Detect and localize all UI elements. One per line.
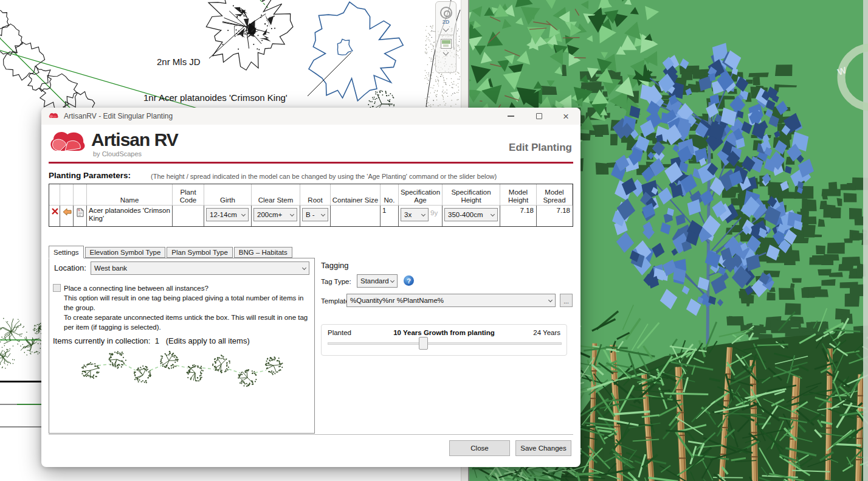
notes-row-button[interactable] [74,206,87,226]
col-container-size: Container Size [331,184,381,206]
cell-girth: 12-14cm [204,206,252,226]
orange-arrow-left-icon [63,208,72,216]
cell-container-size [331,206,381,226]
close-icon: × [563,111,569,122]
brand-byline: by CloudScapes [93,150,142,157]
chevron-down-icon [390,279,394,283]
collection-note: (Edits apply to all items) [166,336,250,345]
navbar-divider [438,35,454,35]
tab-settings[interactable]: Settings [49,246,84,258]
col-root: Root [300,184,331,206]
chevron-down-icon[interactable] [443,26,449,32]
spec-age-value: 3x [404,211,412,219]
collection-count: 1 [155,336,159,345]
plan-tag-group: 2nr Mls JD [157,57,201,67]
col-spec-height: Specification Height [443,184,500,206]
growth-slider-track[interactable] [328,342,562,345]
steering-wheel-icon[interactable] [440,7,452,19]
plan-tag-single: 1nr Acer platanoides 'Crimson King' [143,92,288,103]
tag-type-value: Standard [360,277,389,285]
root-dropdown[interactable]: B - [302,208,328,221]
collection-label: Items currently in collection: [53,336,150,345]
artisanrv-app-icon [49,112,59,120]
tag-type-dropdown[interactable]: Standard [357,274,398,288]
brand-name: Artisan RV [91,130,178,150]
spec-age-years: 9y [430,209,438,217]
dialog-heading: Edit Planting [509,142,572,154]
close-window-button[interactable]: × [556,108,576,125]
connecting-line-desc1: This option will result in one tag being… [64,293,313,313]
navigation-bar: 2D [435,1,456,73]
connecting-line-label[interactable]: Place a connecting line between all inst… [64,283,313,293]
spec-height-dropdown[interactable]: 350-400cm [444,208,498,221]
view-thumbnail-icon[interactable] [441,39,452,49]
artisanrv-logo [49,128,87,159]
slider-max-label: 24 Years [533,329,560,336]
chevron-down-icon [548,298,553,302]
document-icon [77,208,84,217]
girth-value: 12-14cm [210,211,237,219]
collection-count-line: Items currently in collection: 1 (Edits … [53,336,250,345]
brand-divider [49,162,573,164]
maximize-icon [536,113,542,119]
replace-row-button[interactable] [60,206,74,226]
cell-model-height: 7.18 [500,206,537,226]
planting-parameters-table: Name Plant Code Girth Clear Stem Root Co… [49,184,573,227]
col-model-spread: Model Spread [537,184,573,206]
connecting-line-checkbox[interactable] [53,284,61,292]
growth-slider-thumb[interactable] [419,337,428,350]
location-value: West bank [94,265,127,272]
col-notes [74,184,87,206]
cell-root: B - [300,206,331,226]
dialog-title: ArtisanRV - Edit Singular Planting [64,112,173,120]
connecting-line-text: Place a connecting line between all inst… [64,283,313,332]
screen: 2nr Mls JD 1nr Acer platanoides 'Crimson… [0,0,868,481]
girth-dropdown[interactable]: 12-14cm [206,208,249,221]
col-plant-code: Plant Code [173,184,204,206]
slider-value-label: 10 Years Growth from planting [322,329,567,336]
spec-age-dropdown[interactable]: 3x [401,208,429,221]
col-delete [49,184,60,206]
chevron-down-icon [302,266,306,270]
maximize-button[interactable] [529,108,549,125]
cell-spec-height: 350-400cm [443,206,500,226]
root-value: B - [306,211,315,219]
close-button[interactable]: Close [449,440,510,456]
col-girth: Girth [204,184,252,206]
save-changes-button[interactable]: Save Changes [515,440,571,456]
template-dropdown[interactable]: %Quantity%nr %PlantName% [346,294,556,307]
minimize-button[interactable] [501,108,520,125]
chevron-down-icon [321,212,325,216]
template-value: %Quantity%nr %PlantName% [350,297,444,304]
settings-tab-panel: Location: West bank Place a connecting l… [49,258,315,434]
chevron-down-icon [421,212,425,216]
col-no: No. [381,184,399,206]
help-icon[interactable]: ? [404,275,414,286]
col-spec-age: Specification Age [399,184,443,206]
cell-clear-stem: 200cm+ [252,206,300,226]
tab-plan-symbol-type[interactable]: Plan Symbol Type [167,247,232,258]
clear-stem-value: 200cm+ [257,211,282,219]
tab-strip: Settings Elevation Symbol Type Plan Symb… [49,246,294,258]
cell-spec-age: 3x 9y [399,206,443,226]
col-clear-stem: Clear Stem [252,184,300,206]
col-model-height: Model Height [500,184,537,206]
tab-elevation-symbol-type[interactable]: Elevation Symbol Type [85,247,166,258]
location-label: Location: [54,263,86,272]
planting-parameters-note: (The height / spread indicated in the mo… [151,173,497,180]
clear-stem-dropdown[interactable]: 200cm+ [253,208,297,221]
delete-row-button[interactable] [49,206,60,226]
tag-type-label: Tag Type: [321,278,351,285]
col-revert [60,184,74,206]
template-browse-button[interactable]: ... [560,294,573,307]
footer-divider [49,434,573,435]
location-dropdown[interactable]: West bank [91,261,309,275]
tab-bng-habitats[interactable]: BNG – Habitats [234,247,292,258]
chevron-down-icon[interactable] [443,50,449,56]
chevron-down-icon [241,212,246,216]
delete-x-icon [52,208,58,215]
dialog-titlebar[interactable]: ArtisanRV - Edit Singular Planting × [41,108,580,125]
planting-parameters-label: Planting Parameters: [49,171,131,180]
chevron-down-icon [290,212,294,216]
chevron-down-icon [491,212,495,216]
